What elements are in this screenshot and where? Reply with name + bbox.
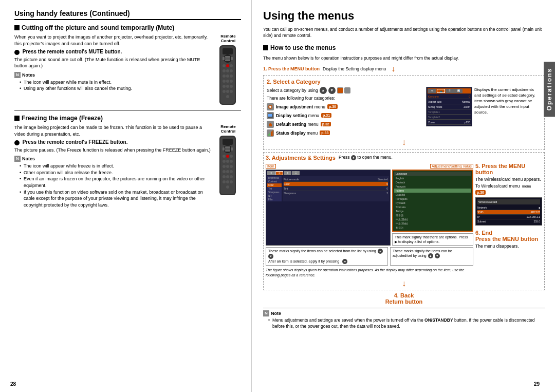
lang-item-13: 한국어 bbox=[394, 226, 471, 230]
step5-desc1: The Wireless/card menu appears. bbox=[475, 177, 542, 183]
step3-screenshots: Item Adjustment/Setting Value ⚙ bbox=[266, 163, 473, 280]
adj-value-area: Adjustment/Setting Value bbox=[371, 163, 473, 169]
svg-point-12 bbox=[223, 69, 226, 72]
right-screenshots: Language English Deutsch Français Italia… bbox=[392, 170, 473, 246]
item-label-tag: Item bbox=[266, 164, 276, 169]
mute-note-1: The icon will appear while mute is in ef… bbox=[20, 79, 211, 86]
lang-item-12: 中文(简体) bbox=[394, 221, 471, 226]
svg-point-21 bbox=[223, 85, 226, 88]
step1-arrow-icon: ↓ bbox=[391, 65, 395, 73]
svg-point-23 bbox=[230, 85, 233, 88]
svg-point-53 bbox=[226, 180, 229, 183]
menu-item-4-ref: p.33 bbox=[320, 130, 330, 135]
lang-item-6: Português bbox=[394, 197, 471, 201]
up-icon-annot: ▲ bbox=[378, 249, 383, 254]
remote-label-1: Remote Control bbox=[215, 34, 241, 43]
black-square-icon-2 bbox=[14, 116, 20, 121]
svg-point-11 bbox=[230, 64, 233, 67]
svg-point-27 bbox=[226, 95, 229, 98]
freeze-description: The picture pauses. (The Freeze function… bbox=[14, 147, 211, 154]
scr-row-4: Template1 bbox=[428, 110, 471, 115]
tab2: 📺 bbox=[437, 89, 445, 93]
left-page: Using handy features (Continued) Cutting… bbox=[0, 0, 252, 392]
step5-row-1: Network■ bbox=[477, 206, 540, 210]
lang-header: Language bbox=[394, 172, 471, 176]
lang-item-2: Deutsch bbox=[394, 180, 471, 184]
mute-intro: When you want to project the images of a… bbox=[14, 34, 211, 47]
main-tab-3: ⚙ bbox=[284, 171, 291, 175]
step1-desc: Display the Setting display menu bbox=[323, 66, 386, 71]
category-icons-row: Select a category by using ▲ ▼ bbox=[267, 87, 423, 94]
step5-row-4: Subnet255.0 bbox=[477, 219, 540, 223]
tab4: 📊 bbox=[454, 89, 462, 93]
display-set-icon bbox=[267, 112, 274, 119]
svg-point-14 bbox=[230, 69, 233, 72]
step5-label: 5. Press the MENU button bbox=[475, 163, 542, 175]
svg-point-25 bbox=[226, 90, 229, 93]
adj-value-tag: Adjustment/Setting Value bbox=[430, 164, 473, 169]
remote-label-2: Remote Control bbox=[215, 124, 241, 134]
svg-point-37 bbox=[223, 155, 226, 158]
svg-point-20 bbox=[230, 80, 233, 83]
mute-note-2: Using any other functions will also canc… bbox=[20, 85, 211, 92]
svg-point-45 bbox=[230, 165, 233, 168]
item-label-area: Item bbox=[266, 163, 368, 169]
content-row-1: Picture modeStandard bbox=[284, 177, 388, 182]
mute-section: Cutting off the picture and sound tempor… bbox=[14, 24, 241, 107]
step5-row-2: SSIDABC123 bbox=[477, 210, 540, 215]
step5-desc2: To Wireless/card menu menu p.36 bbox=[475, 183, 542, 196]
freeze-note-4: If you use this function on video softwa… bbox=[20, 189, 211, 209]
step2-label: 2. Select a Category bbox=[267, 79, 541, 85]
item-labels-row: Item Adjustment/Setting Value bbox=[266, 163, 473, 169]
step5-row-3: IP192.168.1.1 bbox=[477, 215, 540, 219]
menu-item-1: Image adjustment menu p.30 bbox=[267, 103, 423, 110]
mute-notes: N Notes The icon will appear while mute … bbox=[14, 72, 211, 92]
freeze-heading: Freezing the image (Freeze) bbox=[14, 115, 241, 122]
black-square-icon bbox=[14, 25, 20, 30]
step4-sublabel: Return button bbox=[263, 298, 545, 305]
main-menu-left: ⚙ ☰ ⚙ ☰ Brightness Contrast Color bbox=[266, 170, 391, 246]
menu-item-4-label: Status display menu bbox=[276, 130, 318, 136]
svg-rect-30 bbox=[223, 139, 233, 145]
step1-label: 1. Press the MENU button bbox=[263, 66, 320, 71]
svg-rect-64 bbox=[268, 114, 272, 117]
svg-point-54 bbox=[230, 180, 233, 183]
category-left: Select a category by using ▲ ▼ There are… bbox=[267, 87, 423, 138]
svg-point-51 bbox=[230, 175, 233, 178]
lang-item-8: Svenska bbox=[394, 205, 471, 209]
svg-point-18 bbox=[223, 80, 226, 83]
freeze-notes-title: N Notes bbox=[14, 156, 211, 162]
bullet-icon bbox=[14, 50, 20, 55]
svg-point-16 bbox=[226, 74, 229, 78]
category-right-text: Displays the current adjustments and set… bbox=[474, 87, 541, 116]
nav-item-4: Tint bbox=[267, 187, 282, 191]
content-row-3: Tint0 bbox=[284, 186, 388, 191]
mute-sub-section: Press the remote control's MUTE button. bbox=[14, 49, 211, 54]
how-to-heading: How to use the menus bbox=[263, 44, 545, 51]
lang-item-11: 中文(繁体) bbox=[394, 217, 471, 221]
svg-rect-33 bbox=[225, 146, 230, 148]
menu-item-1-ref: p.30 bbox=[327, 104, 338, 109]
freeze-text: The image being projected can be made to… bbox=[14, 124, 211, 208]
step3-label: 3. Adjustments & Settings bbox=[266, 155, 336, 161]
freeze-notes: N Notes The icon will appear while freez… bbox=[14, 156, 211, 208]
mute-notes-title: N Notes bbox=[14, 72, 211, 78]
select-label: Select a category by using bbox=[267, 88, 318, 93]
bottom-annotations: These marks signify the items can be sel… bbox=[266, 247, 473, 266]
category-container: Select a category by using ▲ ▼ There are… bbox=[267, 87, 541, 138]
menu-icons-svg bbox=[337, 87, 351, 94]
remote-control-2: Remote Control bbox=[215, 124, 241, 197]
left-page-number: 28 bbox=[10, 381, 16, 387]
bottom-note-icon: N bbox=[263, 310, 269, 316]
lang-item-9: Türkçe bbox=[394, 209, 471, 213]
lang-annotation: This mark signify that there are options… bbox=[392, 233, 473, 246]
step4-area: 4. Back Return button bbox=[263, 292, 545, 305]
image-adj-icon bbox=[267, 103, 274, 110]
nav-item-1: Brightness bbox=[267, 176, 282, 180]
lang-item-7: Русский bbox=[394, 201, 471, 205]
main-menu-tabs: ⚙ ☰ ⚙ ☰ bbox=[267, 171, 389, 175]
main-menu-nav: Brightness Contrast Color Tint Sharpness… bbox=[267, 176, 282, 201]
freeze-sub-section: Press the remote control's FREEZE button… bbox=[14, 139, 211, 145]
step3-content: Item Adjustment/Setting Value ⚙ bbox=[266, 163, 542, 280]
step6-area: 6. End Press the MENU button The menu di… bbox=[475, 230, 542, 250]
